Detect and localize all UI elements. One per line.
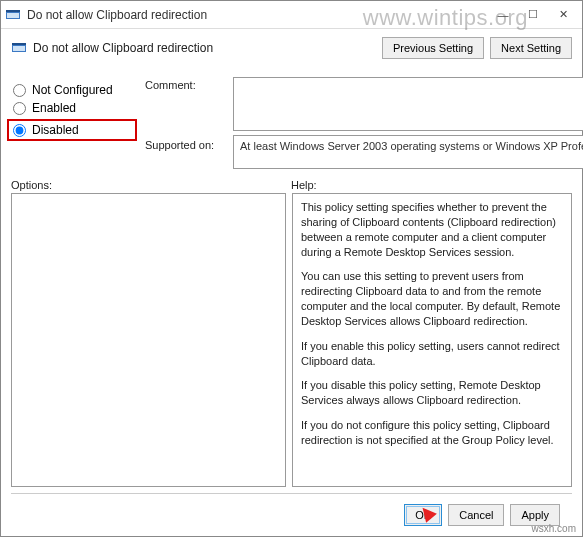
svg-rect-4: [12, 43, 26, 45]
next-setting-button[interactable]: Next Setting: [490, 37, 572, 59]
comment-input[interactable]: [233, 77, 583, 131]
previous-setting-button[interactable]: Previous Setting: [382, 37, 484, 59]
comment-row: Comment:: [145, 77, 583, 131]
app-icon: [5, 7, 21, 23]
radio-disabled-label: Disabled: [32, 123, 79, 137]
help-panel[interactable]: This policy setting specifies whether to…: [292, 193, 572, 487]
radio-disabled-input[interactable]: [13, 124, 26, 137]
radio-enabled[interactable]: Enabled: [11, 101, 137, 115]
radio-not-configured-input[interactable]: [13, 84, 26, 97]
state-radio-group: Not Configured Enabled Disabled: [11, 69, 137, 169]
comment-label: Comment:: [145, 77, 225, 91]
help-paragraph: If you disable this policy setting, Remo…: [301, 378, 563, 408]
radio-enabled-label: Enabled: [32, 101, 76, 115]
help-label: Help:: [291, 179, 317, 191]
header-title-area: Do not allow Clipboard redirection: [11, 40, 213, 56]
ok-button[interactable]: OK: [404, 504, 442, 526]
cancel-button[interactable]: Cancel: [448, 504, 504, 526]
policy-editor-window: www.wintips.org Do not allow Clipboard r…: [0, 0, 583, 537]
svg-rect-5: [13, 46, 25, 51]
svg-rect-2: [7, 13, 19, 18]
panel-labels: Options: Help:: [11, 179, 572, 191]
title-bar: Do not allow Clipboard redirection — ☐ ✕: [1, 1, 582, 29]
dialog-body: Not Configured Enabled Disabled Comment:: [1, 65, 582, 536]
supported-on-text: At least Windows Server 2003 operating s…: [240, 140, 583, 152]
help-paragraph: If you do not configure this policy sett…: [301, 418, 563, 448]
svg-rect-1: [6, 10, 20, 12]
window-title: Do not allow Clipboard redirection: [27, 8, 488, 22]
header-row: Do not allow Clipboard redirection Previ…: [1, 29, 582, 65]
radio-disabled[interactable]: Disabled: [7, 119, 137, 141]
options-label: Options:: [11, 179, 291, 191]
window-controls: — ☐ ✕: [488, 4, 578, 26]
radio-not-configured-label: Not Configured: [32, 83, 113, 97]
radio-enabled-input[interactable]: [13, 102, 26, 115]
help-paragraph: You can use this setting to prevent user…: [301, 269, 563, 328]
comment-supported-col: Comment: Supported on: At least Windows …: [145, 69, 583, 169]
help-paragraph: If you enable this policy setting, users…: [301, 339, 563, 369]
supported-on-box: At least Windows Server 2003 operating s…: [233, 135, 583, 169]
minimize-button[interactable]: —: [488, 4, 518, 26]
policy-icon: [11, 40, 27, 56]
options-panel: [11, 193, 286, 487]
help-paragraph: This policy setting specifies whether to…: [301, 200, 563, 259]
close-button[interactable]: ✕: [548, 4, 578, 26]
nav-buttons: Previous Setting Next Setting: [382, 37, 572, 59]
dialog-footer: OK Cancel Apply: [11, 493, 572, 536]
radio-not-configured[interactable]: Not Configured: [11, 83, 137, 97]
supported-label: Supported on:: [145, 135, 225, 151]
supported-row: Supported on: At least Windows Server 20…: [145, 135, 583, 169]
top-area: Not Configured Enabled Disabled Comment:: [11, 69, 572, 169]
policy-title: Do not allow Clipboard redirection: [33, 41, 213, 55]
panels: This policy setting specifies whether to…: [11, 193, 572, 487]
maximize-button[interactable]: ☐: [518, 4, 548, 26]
apply-button[interactable]: Apply: [510, 504, 560, 526]
